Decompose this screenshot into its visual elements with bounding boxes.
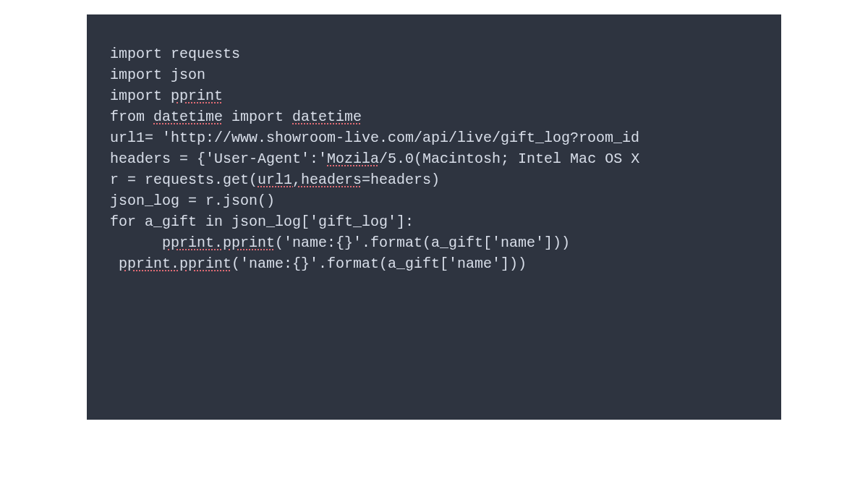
code-text: import json (110, 67, 205, 83)
code-text: r = requests.get( (110, 171, 258, 188)
code-line: json_log = r.json() (110, 190, 758, 211)
error-underline: pprint.pprint (119, 255, 231, 272)
code-line: pprint.pprint('name:{}'.format(a_gift['n… (110, 253, 758, 274)
error-underline: datetime (292, 109, 362, 125)
code-text: import requests (110, 46, 240, 62)
code-text: import (110, 88, 171, 104)
code-line: r = requests.get(url1,headers=headers) (110, 169, 758, 190)
code-text: /5.0(Macintosh; Intel Mac OS X (379, 151, 639, 167)
code-text: json_log = r.json() (110, 192, 275, 209)
code-line: import requests (110, 43, 758, 64)
code-text: headers = {'User-Agent':' (110, 151, 327, 167)
code-text (110, 234, 162, 251)
error-underline: pprint.pprint (162, 234, 275, 251)
code-line: from datetime import datetime (110, 106, 758, 127)
code-text: url1= 'http://www.showroom-live.com/api/… (110, 130, 639, 146)
code-line: pprint.pprint('name:{}'.format(a_gift['n… (110, 232, 758, 253)
code-line: import pprint (110, 85, 758, 106)
code-text: from (110, 109, 153, 125)
code-text: =headers) (362, 171, 440, 188)
code-text: ('name:{}'.format(a_gift['name'])) (275, 234, 570, 251)
code-line: import json (110, 64, 758, 85)
code-text: for a_gift in json_log['gift_log']: (110, 213, 414, 230)
code-line: url1= 'http://www.showroom-live.com/api/… (110, 127, 758, 148)
code-text: import (223, 109, 292, 125)
error-underline: datetime (153, 109, 223, 125)
code-text: ('name:{}'.format(a_gift['name'])) (231, 255, 527, 272)
code-editor[interactable]: import requestsimport jsonimport pprintf… (87, 14, 781, 420)
code-line: for a_gift in json_log['gift_log']: (110, 211, 758, 232)
error-underline: pprint (171, 88, 223, 104)
code-text (110, 255, 119, 272)
code-line: headers = {'User-Agent':'Mozila/5.0(Maci… (110, 148, 758, 169)
error-underline: Mozila (327, 151, 379, 167)
error-underline: url1,headers (258, 171, 362, 188)
